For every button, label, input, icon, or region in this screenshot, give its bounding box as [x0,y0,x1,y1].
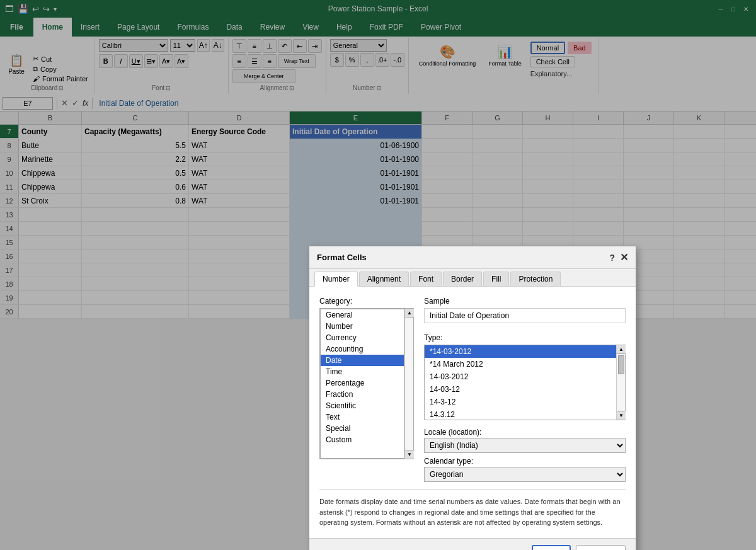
dialog-tabs: Number Alignment Font Border Fill Protec… [309,269,636,287]
category-label: Category: [319,297,414,306]
sample-section: Sample Initial Date of Operation [424,297,626,319]
dialog-main-section: Category: General Number Currency Accoun… [319,297,626,319]
modal-overlay: Format Cells ? ✕ Number Alignment Font B… [0,0,756,319]
category-scrollbar: ▲ ▼ [404,309,413,319]
category-list-container: General Number Currency Accounting Date … [319,308,414,319]
dialog-tab-protection[interactable]: Protection [510,272,561,286]
dialog-tab-fill[interactable]: Fill [483,272,509,286]
cat-scroll-track [405,318,413,319]
sample-label: Sample [424,297,626,306]
format-cells-dialog: Format Cells ? ✕ Number Alignment Font B… [309,246,636,319]
category-general[interactable]: General [321,309,404,319]
sample-value: Initial Date of Operation [424,308,626,319]
dialog-title: Format Cells [317,253,367,262]
category-panel: Category: General Number Currency Accoun… [319,297,414,319]
dialog-tab-border[interactable]: Border [443,272,482,286]
dialog-close-button[interactable]: ✕ [620,251,628,263]
dialog-body: Category: General Number Currency Accoun… [309,287,636,319]
dialog-title-bar: Format Cells ? ✕ [309,246,636,269]
dialog-tab-alignment[interactable]: Alignment [359,272,409,286]
cat-scroll-up[interactable]: ▲ [405,309,414,318]
type-panel: Sample Initial Date of Operation Type: *… [424,297,626,319]
dialog-title-icons: ? ✕ [609,251,628,263]
dialog-tab-font[interactable]: Font [410,272,442,286]
category-list[interactable]: General Number Currency Accounting Date … [320,309,404,319]
dialog-help-icon[interactable]: ? [609,253,615,263]
dialog-tab-number[interactable]: Number [314,272,358,287]
